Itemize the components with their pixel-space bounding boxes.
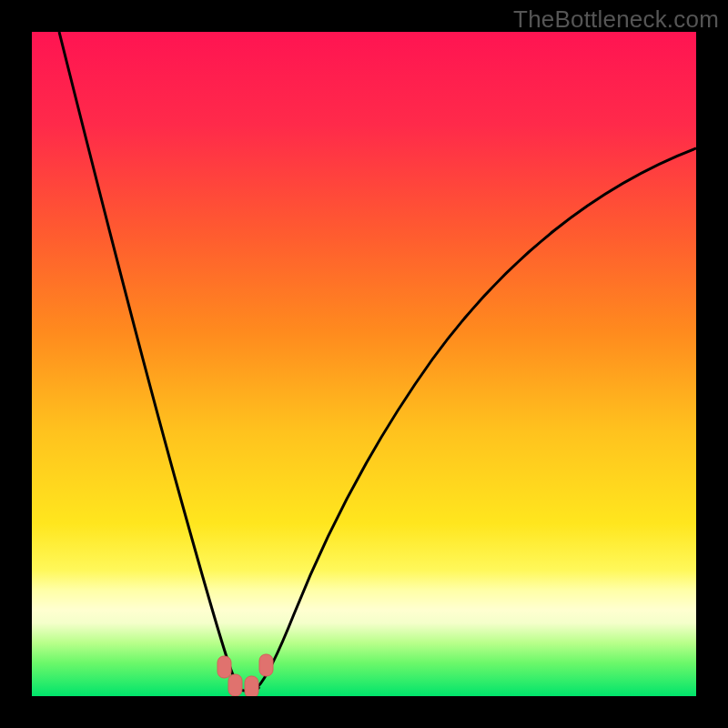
minimum-markers: [217, 654, 273, 696]
curve-right-branch: [258, 148, 696, 687]
marker-dot: [217, 656, 231, 678]
watermark-text: TheBottleneck.com: [513, 5, 719, 34]
marker-dot: [259, 654, 273, 676]
bottleneck-curve: [32, 32, 696, 696]
curve-left-branch: [59, 32, 239, 687]
plot-area: [32, 32, 696, 696]
marker-dot: [228, 674, 242, 696]
chart-frame: TheBottleneck.com: [0, 0, 728, 728]
marker-dot: [245, 676, 258, 696]
